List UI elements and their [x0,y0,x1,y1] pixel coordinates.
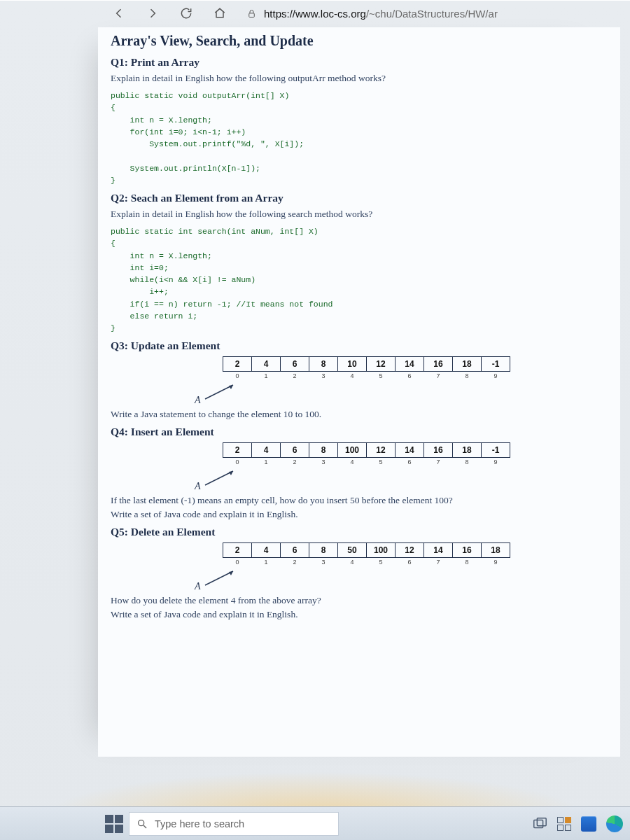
back-icon[interactable] [112,6,126,20]
svg-line-5 [205,571,233,585]
array-index: 4 [337,458,367,465]
svg-line-1 [205,385,233,399]
array-index: 3 [309,458,338,465]
array-index: 5 [366,372,396,379]
q2-heading: Q2: Seach an Element from an Array [111,192,608,204]
array-index: 4 [337,558,367,566]
array-index: 8 [452,372,482,379]
arrow-icon [201,567,243,588]
array-index: 0 [223,372,252,379]
q2-code: public static int search(int aNum, int[]… [111,225,608,334]
array-cell: 6 [280,356,309,372]
q4-followup-2: Write a set of Java code and explain it … [111,509,608,520]
arrow-icon [201,467,243,488]
array-cell: 6 [280,442,309,458]
address-bar[interactable]: https://www.loc-cs.org/~chu/DataStructur… [246,8,620,20]
array-cell: 2 [223,442,252,458]
svg-rect-9 [534,820,543,827]
array-cell: 2 [223,542,252,558]
q5-array: 24685010012141618 0123456789 A [223,542,608,592]
taskbar-search[interactable]: Type here to search [129,812,339,836]
array-cell: 18 [452,442,482,458]
q4-array-label: A [195,481,201,492]
q5-followup-2: Write a set of Java code and explain it … [111,609,608,620]
array-index: 9 [481,558,510,566]
svg-rect-10 [537,818,546,825]
array-cell: 6 [280,542,309,558]
q3-followup: Write a Java statement to change the ele… [111,409,608,420]
q5-heading: Q5: Delete an Element [111,526,608,538]
array-index: 9 [481,458,510,465]
array-index: 6 [395,372,424,379]
taskbar: Type here to search [0,806,630,840]
array-cell: 2 [223,356,252,372]
array-cell: 16 [424,442,453,458]
edge-icon[interactable] [606,816,623,832]
q4-followup-1: If the last element (-1) means an empty … [111,495,608,506]
svg-rect-0 [249,13,255,17]
array-index: 7 [424,372,453,379]
array-cell: 4 [251,542,281,558]
array-index: 9 [481,372,510,379]
array-index: 2 [280,372,309,379]
q4-heading: Q4: Insert an Element [111,426,608,438]
array-cell: 14 [395,442,424,458]
array-index: 7 [424,458,453,465]
start-button[interactable] [105,815,123,833]
taskbar-search-placeholder: Type here to search [155,818,244,830]
array-cell: 10 [337,356,367,372]
array-cell: 16 [424,356,453,372]
array-index: 6 [395,458,424,465]
array-index: 5 [366,558,396,566]
taskbar-tray [532,816,623,832]
array-cell: 14 [395,356,424,372]
search-icon [136,818,148,830]
array-cell: 8 [309,356,338,372]
array-index: 0 [223,558,252,566]
array-index: 3 [309,372,338,379]
array-cell: 16 [452,542,482,558]
task-view-icon[interactable] [532,816,547,832]
store-icon[interactable] [557,817,571,831]
array-cell: -1 [481,442,510,458]
q2-prompt: Explain in detail in English how the fol… [111,209,608,220]
home-icon[interactable] [213,6,227,20]
q5-array-label: A [195,581,201,592]
page-content: Array's View, Search, and Update Q1: Pri… [98,27,620,757]
q4-array: 246810012141618-1 0123456789 A [223,442,608,492]
array-index: 8 [452,458,482,465]
array-cell: -1 [481,356,510,372]
q3-heading: Q3: Update an Element [111,340,608,352]
array-cell: 14 [424,542,453,558]
url-text: https://www.loc-cs.org/~chu/DataStructur… [264,8,498,20]
array-cell: 18 [481,542,510,558]
array-cell: 50 [337,542,367,558]
array-index: 3 [309,558,338,566]
browser-toolbar: https://www.loc-cs.org/~chu/DataStructur… [0,1,630,27]
forward-icon[interactable] [146,6,160,20]
svg-line-8 [144,825,146,828]
array-cell: 100 [366,542,396,558]
array-cell: 12 [366,442,396,458]
array-cell: 8 [309,442,338,458]
array-index: 5 [366,458,396,465]
refresh-icon[interactable] [179,6,193,20]
svg-line-3 [205,471,233,485]
array-index: 6 [395,558,424,566]
array-index: 7 [424,558,453,566]
page-title: Array's View, Search, and Update [111,33,608,49]
q1-heading: Q1: Print an Array [111,56,608,69]
array-cell: 12 [395,542,424,558]
array-index: 2 [280,458,309,465]
array-cell: 12 [366,356,396,372]
q1-prompt: Explain in detail in English how the fol… [111,73,608,84]
arrow-icon [201,381,243,402]
lock-icon [246,8,257,19]
array-cell: 4 [251,356,281,372]
mail-icon[interactable] [581,816,596,832]
array-cell: 4 [251,442,281,458]
q3-array-label: A [195,395,201,406]
array-index: 4 [337,372,367,379]
q5-followup-1: How do you delete the element 4 from the… [111,595,608,606]
array-index: 2 [280,558,309,566]
